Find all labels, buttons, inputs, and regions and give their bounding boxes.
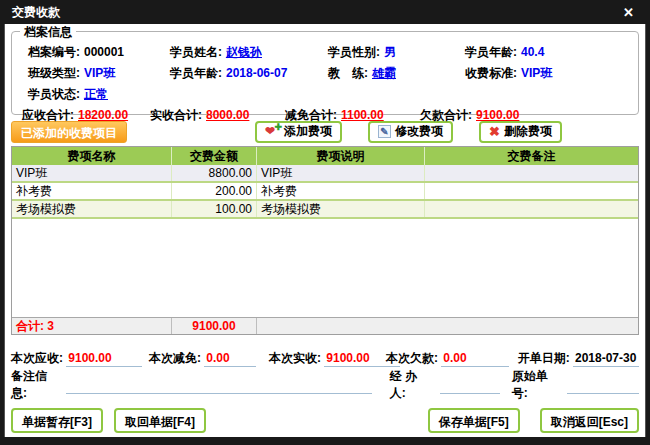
- fee-collection-dialog: 交费收款 ✕ 档案信息 档案编号:000001 学员姓名:赵钱孙 学员性别:男 …: [0, 0, 650, 445]
- table-header-row: 费项名称 交费金额 费项说明 交费备注: [12, 147, 638, 165]
- field-label: 班级类型:: [28, 66, 80, 80]
- field-label: 档案编号:: [28, 45, 80, 59]
- archive-row-3: 学员状态:正常: [28, 84, 638, 105]
- field-fee-standard: 收费标准:VIP班: [465, 65, 638, 82]
- billing-date-input[interactable]: [573, 350, 639, 367]
- hold-document-button[interactable]: 单据暂存[F3]: [11, 408, 103, 433]
- status-link[interactable]: 正常: [84, 87, 108, 101]
- handler-input[interactable]: [440, 377, 500, 394]
- field-label: 学员姓名:: [170, 45, 222, 59]
- total-label: 欠款合计:: [420, 108, 472, 122]
- field-value: 40.4: [521, 45, 544, 59]
- remarks-input[interactable]: [66, 377, 372, 394]
- remarks-row: 备注信息: 经 办 人: 原始单号:: [11, 375, 639, 395]
- field-value: 2018-06-07: [226, 66, 287, 80]
- total-label: 减免合计:: [285, 108, 337, 122]
- total-label: 实收合计:: [150, 108, 202, 122]
- total-received: 实收合计:8000.00: [150, 107, 285, 124]
- field-status: 学员状态:正常: [28, 86, 170, 103]
- header-amount: 交费金额: [172, 147, 257, 165]
- cell-note: [425, 165, 638, 181]
- close-icon[interactable]: ✕: [619, 4, 638, 21]
- handler-label: 经 办 人:: [390, 368, 436, 402]
- total-receivable: 应收合计:18200.00: [22, 107, 150, 124]
- table-footer-row: 合计: 3 9100.00: [12, 317, 638, 334]
- total-value: 8000.00: [206, 108, 249, 122]
- add-icon-plus: ✚: [274, 122, 282, 132]
- field-student-name: 学员姓名:赵钱孙: [170, 44, 328, 61]
- field-current-arrears: 本次欠款:: [386, 350, 509, 367]
- field-class-type: 班级类型:VIP班: [28, 65, 170, 82]
- table-row[interactable]: 考场模拟费 100.00 考场模拟费: [12, 201, 638, 219]
- original-number-input[interactable]: [567, 377, 639, 394]
- cell-fee-name: VIP班: [12, 165, 172, 181]
- field-gender: 学员性别:男: [328, 44, 465, 61]
- total-label: 应收合计:: [22, 108, 74, 122]
- field-label: 开单日期:: [518, 351, 570, 365]
- field-label: 学员性别:: [328, 45, 380, 59]
- field-label: 本次实收:: [269, 351, 321, 365]
- fee-items-table: 费项名称 交费金额 费项说明 交费备注 VIP班 8800.00 VIP班 补考…: [11, 146, 639, 335]
- field-value: VIP班: [521, 66, 552, 80]
- field-label: 学员状态:: [28, 87, 80, 101]
- archive-row-2: 班级类型:VIP班 学员年龄:2018-06-07 教 练:雄霸 收费标准:VI…: [28, 63, 638, 84]
- total-reduction: 减免合计:1100.00: [285, 107, 420, 124]
- archive-row-1: 档案编号:000001 学员姓名:赵钱孙 学员性别:男 学员年龄:40.4: [28, 42, 638, 63]
- field-label: 本次欠款:: [386, 351, 438, 365]
- cell-amount: 200.00: [172, 183, 257, 199]
- current-arrears-input[interactable]: [441, 350, 509, 367]
- cell-description: 补考费: [257, 183, 425, 199]
- field-value: VIP班: [84, 66, 115, 80]
- field-archive-no: 档案编号:000001: [28, 44, 170, 61]
- field-value: 男: [384, 45, 396, 59]
- edit-icon: ✎: [378, 125, 391, 138]
- cell-note: [425, 201, 638, 217]
- current-receivable-input[interactable]: [66, 350, 142, 367]
- cell-amount: 100.00: [172, 201, 257, 217]
- field-value: 000001: [84, 45, 124, 59]
- archive-info-groupbox: 档案信息 档案编号:000001 学员姓名:赵钱孙 学员性别:男 学员年龄:40…: [11, 31, 639, 115]
- cell-description: VIP班: [257, 165, 425, 181]
- table-row[interactable]: VIP班 8800.00 VIP班: [12, 165, 638, 183]
- current-reduction-input[interactable]: [204, 350, 256, 367]
- field-label: 学员年龄:: [465, 45, 517, 59]
- field-current-received: 本次实收:: [269, 350, 386, 367]
- cell-amount: 8800.00: [172, 165, 257, 181]
- remarks-label: 备注信息:: [11, 368, 62, 402]
- title-bar[interactable]: 交费收款 ✕: [4, 0, 646, 24]
- cell-fee-name: 补考费: [12, 183, 172, 199]
- action-buttons-row: 单据暂存[F3] 取回单据[F4] 保存单据[F5] 取消返回[Esc]: [11, 408, 639, 433]
- field-birth-date: 学员年龄:2018-06-07: [170, 65, 328, 82]
- groupbox-legend: 档案信息: [20, 24, 76, 41]
- field-label: 教 练:: [328, 66, 368, 80]
- footer-total-amount: 9100.00: [172, 318, 257, 334]
- archive-totals-row: 应收合计:18200.00 实收合计:8000.00 减免合计:1100.00 …: [22, 105, 638, 126]
- total-value: 9100.00: [476, 108, 519, 122]
- cell-fee-name: 考场模拟费: [12, 201, 172, 217]
- total-value: 1100.00: [341, 108, 384, 122]
- field-age: 学员年龄:40.4: [465, 44, 638, 61]
- header-description: 费项说明: [257, 147, 425, 165]
- footer-total-count: 合计: 3: [12, 318, 172, 334]
- header-note: 交费备注: [425, 147, 638, 165]
- field-current-receivable: 本次应收:: [11, 350, 149, 367]
- coach-link[interactable]: 雄霸: [372, 66, 396, 80]
- cancel-return-button[interactable]: 取消返回[Esc]: [540, 408, 639, 433]
- add-icon: ❤ ✚: [265, 125, 280, 138]
- footer-spacer: [257, 318, 638, 334]
- summary-row: 本次应收: 本次减免: 本次实收: 本次欠款: 开单日期:: [11, 348, 639, 368]
- delete-icon: ✖: [489, 125, 500, 138]
- field-label: 本次减免:: [149, 351, 201, 365]
- header-fee-name: 费项名称: [12, 147, 172, 165]
- cell-note: [425, 183, 638, 199]
- field-label: 本次应收:: [11, 351, 63, 365]
- save-document-button[interactable]: 保存单据[F5]: [428, 408, 520, 433]
- table-row[interactable]: 补考费 200.00 补考费: [12, 183, 638, 201]
- student-name-link[interactable]: 赵钱孙: [226, 45, 262, 59]
- field-billing-date: 开单日期:: [518, 350, 639, 367]
- table-empty-area: [12, 219, 638, 317]
- original-number-label: 原始单号:: [512, 368, 563, 402]
- action-buttons-left: 单据暂存[F3] 取回单据[F4]: [11, 408, 206, 433]
- total-value: 18200.00: [78, 108, 128, 122]
- retrieve-document-button[interactable]: 取回单据[F4]: [114, 408, 206, 433]
